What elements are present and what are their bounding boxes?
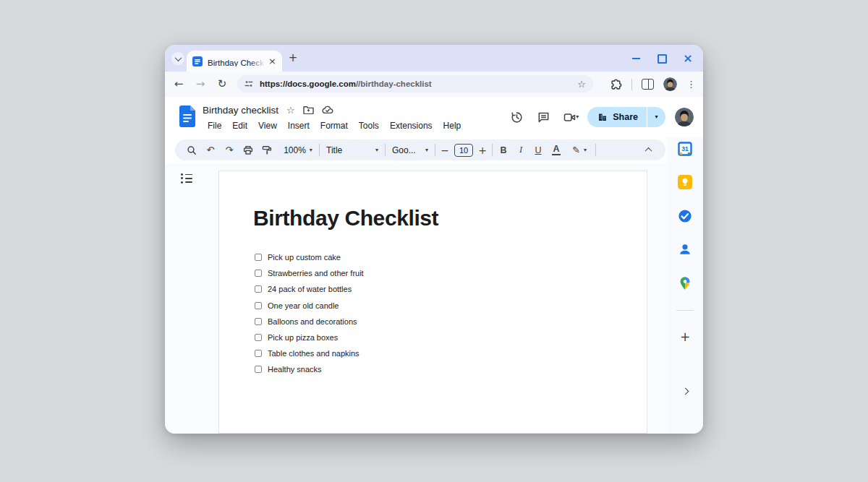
version-history-icon[interactable] [507,111,526,124]
maps-icon[interactable] [677,275,693,291]
italic-button[interactable]: I [512,142,529,159]
bookmark-star-icon[interactable]: ☆ [577,79,586,89]
video-call-caret-icon[interactable]: ▾ [576,114,579,120]
forward-button[interactable]: → [191,72,210,97]
menu-item[interactable]: Help [438,119,467,132]
move-to-folder-icon[interactable] [303,106,314,114]
checkbox[interactable] [255,366,262,373]
checkbox[interactable] [255,334,262,341]
share-button[interactable]: Share [587,107,647,127]
underline-button[interactable]: U [529,142,547,159]
document-title[interactable]: Birthday checklist [203,105,278,116]
caret-down-icon: ▾ [375,147,378,153]
back-button[interactable]: ← [169,72,188,97]
undo-button[interactable]: ↶ [201,142,220,159]
docs-logo[interactable] [179,106,195,127]
print-button[interactable] [239,142,258,159]
checklist-item: Pick up custom cake [255,249,364,265]
zoom-select[interactable]: 100% ▾ [279,142,317,159]
decrease-font-size-button[interactable]: − [438,142,452,159]
document-page[interactable]: Birthday Checklist Pick up custom cake S… [218,171,647,434]
checkbox[interactable] [255,318,262,325]
caret-down-icon: ▾ [425,147,428,153]
paint-format-button[interactable] [258,142,276,159]
minimize-button[interactable] [631,53,641,64]
star-document-icon[interactable]: ☆ [286,106,295,115]
avatar-image [675,108,694,126]
tab-title: Birthday Check [208,59,264,66]
editing-mode-select[interactable]: ✎ ▾ [566,142,593,159]
checklist-item-label: 24 pack of water bottles [268,285,352,293]
side-panel-icon[interactable] [642,79,654,90]
menu-item[interactable]: Edit [227,119,252,132]
search-menus-button[interactable] [182,142,201,159]
keep-icon[interactable] [677,174,693,190]
new-tab-button[interactable]: + [286,51,299,64]
menu-item[interactable]: Insert [283,119,315,132]
share-dropdown-button[interactable]: ▾ [647,107,665,127]
chevron-down-icon [174,54,182,61]
get-add-ons-button[interactable]: + [677,329,693,345]
pencil-icon: ✎ [572,145,580,155]
menu-item[interactable]: View [253,119,282,132]
site-settings-icon[interactable] [244,79,253,88]
tasks-icon[interactable] [677,208,693,224]
document-canvas: Birthday Checklist Pick up custom cake S… [165,163,667,434]
account-avatar[interactable] [675,108,694,126]
address-bar[interactable]: https://docs.google.com//birthday-checkl… [237,75,593,92]
reload-button[interactable]: ↻ [213,72,231,97]
close-side-panel-button[interactable] [677,383,693,399]
caret-down-icon: ▾ [584,147,587,153]
share-caret-icon: ▾ [655,114,658,120]
hide-menus-button[interactable] [638,147,658,152]
style-value: Title [326,145,342,155]
extensions-icon[interactable] [610,79,622,90]
window-controls: × [631,52,693,65]
chevron-up-icon [644,147,652,155]
maximize-button[interactable] [657,53,667,64]
tab-close-icon[interactable]: × [268,56,276,66]
font-value: Goo... [392,145,416,155]
font-size-input[interactable]: 10 [454,144,473,157]
checklist-item: One year old candle [255,298,364,314]
docs-header: Birthday checklist ☆ FileEditViewInsertF… [165,97,703,137]
checklist-item-label: Pick up custom cake [268,253,341,262]
tab-birthday-checklist[interactable]: Birthday Check × [187,51,282,72]
checkbox[interactable] [255,302,262,309]
increase-font-size-button[interactable]: + [475,142,490,159]
checklist-item-label: Table clothes and napkins [268,349,359,358]
redo-button[interactable]: ↷ [220,142,239,159]
close-window-button[interactable]: × [683,53,693,64]
checklist-item: Pick up pizza boxes [255,330,364,345]
side-panel-divider [676,310,694,311]
contacts-icon[interactable] [677,241,693,257]
menu-item[interactable]: Tools [354,119,384,132]
checkbox[interactable] [255,285,262,293]
font-select[interactable]: Goo... ▾ [388,142,433,159]
menu-item[interactable]: Extensions [385,119,438,132]
cloud-status-icon[interactable] [322,106,333,114]
checkbox[interactable] [255,270,262,277]
docs-toolbar: ↶ ↷ 100% ▾ Title ▾ Goo... ▾ − [165,137,703,163]
document-outline-button[interactable] [181,173,192,185]
menu-item[interactable]: Format [315,119,353,132]
checkbox[interactable] [255,254,262,261]
comments-icon[interactable] [534,111,553,124]
text-color-button[interactable]: A [547,142,566,159]
menu-item[interactable]: File [203,119,226,132]
checkbox[interactable] [255,350,262,357]
tab-search-button[interactable] [171,52,184,65]
paragraph-style-select[interactable]: Title ▾ [322,142,383,159]
document-heading: Birthday Checklist [253,206,438,231]
calendar-icon[interactable]: 31 [677,141,693,157]
workspace-side-panel: 31 [667,137,703,434]
browser-toolbar: ← → ↻ https://docs.google.com//birthday-… [165,72,703,97]
checklist-item-label: Healthy snacks [268,365,322,374]
browser-window: Birthday Check × + × ← → ↻ https://docs [165,45,703,434]
caret-down-icon: ▾ [310,147,312,153]
bold-button[interactable]: B [495,142,512,159]
browser-profile-avatar[interactable] [663,77,677,91]
browser-menu-icon[interactable]: ⋮ [686,79,696,89]
url-text: https://docs.google.com//birthday-checkl… [260,79,577,88]
checklist-item: Healthy snacks [255,361,364,377]
